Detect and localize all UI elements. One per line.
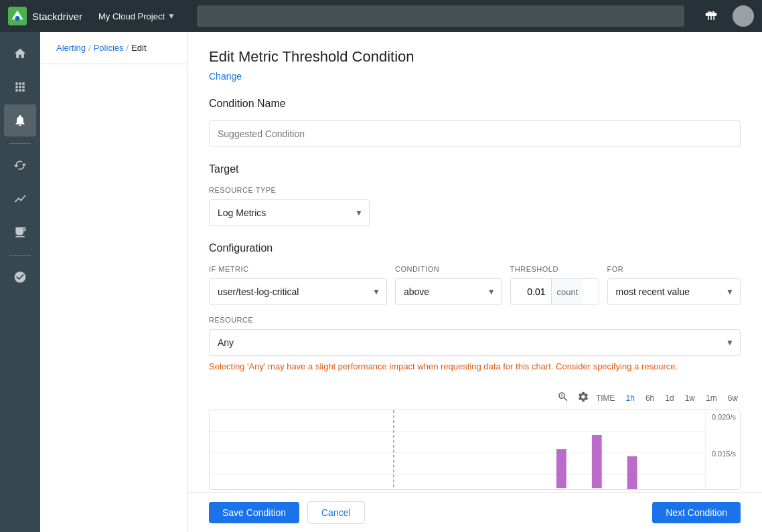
chart-y-labels: 0.020/s 0.015/s (705, 410, 740, 489)
svg-rect-8 (592, 434, 602, 487)
project-dropdown-icon: ▼ (167, 11, 175, 21)
gift-icon[interactable] (700, 5, 722, 27)
condition-select-wrapper: above below above or equal below or equa… (395, 278, 502, 305)
chart-time-6w[interactable]: 6w (725, 392, 741, 404)
project-selector[interactable]: My Cloud Project ▼ (93, 9, 181, 24)
page-title: Edit Metric Threshold Condition (209, 48, 741, 66)
sidebar-item-products[interactable] (4, 71, 36, 103)
chart-time-1h[interactable]: 1h (623, 392, 637, 404)
condition-col: CONDITION above below above or equal bel… (395, 265, 502, 305)
chart-time-1w[interactable]: 1w (682, 392, 698, 404)
chart-container: 0.020/s 0.015/s (209, 410, 741, 490)
resource-label: RESOURCE (209, 316, 741, 324)
project-name: My Cloud Project (98, 11, 165, 21)
sidebar (0, 32, 40, 532)
brand-logo (8, 7, 27, 25)
resource-warning: Selecting 'Any' may have a slight perfor… (209, 360, 741, 373)
change-link[interactable]: Change (209, 71, 242, 82)
resource-type-select-wrapper: Log Metrics GCE VM Instance GKE Containe… (209, 199, 370, 226)
main-layout: Alerting / Policies / Edit Edit Metric T… (0, 32, 762, 532)
chart-time-6h[interactable]: 6h (643, 392, 657, 404)
breadcrumb-alerting[interactable]: Alerting (56, 43, 86, 53)
configuration-section-label: Configuration (209, 242, 741, 254)
top-navigation: Stackdriver My Cloud Project ▼ (0, 0, 762, 32)
config-row: IF METRIC user/test-log-critical ▼ CONDI… (209, 265, 741, 305)
condition-select[interactable]: above below above or equal below or equa… (395, 278, 502, 305)
resource-group: RESOURCE Any ▼ Selecting 'Any' may have … (209, 316, 741, 373)
chart-time-label: TIME (596, 393, 615, 403)
cancel-button[interactable]: Cancel (307, 501, 365, 524)
condition-name-group (209, 120, 741, 147)
sidebar-item-debug[interactable] (4, 149, 36, 181)
condition-name-input[interactable] (209, 120, 741, 147)
sidebar-item-settings[interactable] (4, 261, 36, 293)
for-select[interactable]: most recent value any time series violat… (607, 278, 741, 305)
target-section-label: Target (209, 163, 741, 175)
resource-type-select[interactable]: Log Metrics GCE VM Instance GKE Containe… (209, 199, 370, 226)
sidebar-item-home[interactable] (4, 37, 36, 70)
sidebar-item-trace[interactable] (4, 183, 36, 215)
sidebar-item-alerting[interactable] (4, 104, 36, 137)
resource-type-group: RESOURCE TYPE Log Metrics GCE VM Instanc… (209, 186, 741, 226)
avatar[interactable] (733, 5, 754, 27)
brand-name: Stackdriver (32, 11, 82, 22)
search-container (197, 5, 684, 27)
brand: Stackdriver (8, 7, 82, 25)
resource-select[interactable]: Any (209, 329, 741, 356)
svg-rect-7 (556, 449, 566, 488)
chart-y-top: 0.020/s (710, 413, 736, 421)
threshold-unit: count (551, 279, 584, 304)
condition-name-label: Condition Name (209, 98, 741, 110)
chart-header: TIME 1h 6h 1d 1w 1m 6w (209, 389, 741, 407)
sidebar-item-logging[interactable] (4, 216, 36, 248)
chart-time-1d[interactable]: 1d (662, 392, 676, 404)
resource-select-wrapper: Any ▼ (209, 329, 741, 356)
if-metric-col: IF METRIC user/test-log-critical ▼ (209, 265, 387, 305)
nav-right (700, 5, 754, 27)
chart-svg (210, 410, 705, 490)
svg-rect-9 (627, 456, 637, 489)
sidebar-divider-1 (9, 143, 31, 144)
threshold-input[interactable] (511, 286, 551, 297)
content-area: Alerting / Policies / Edit Edit Metric T… (40, 32, 762, 532)
left-panel: Alerting / Policies / Edit (40, 32, 187, 532)
if-metric-select[interactable]: user/test-log-critical (209, 278, 387, 305)
for-label: FOR (607, 265, 741, 273)
if-metric-label: IF METRIC (209, 265, 387, 273)
bottom-bar: Save Condition Cancel Next Condition (187, 493, 762, 532)
breadcrumb-current: Edit (131, 43, 146, 53)
next-condition-button[interactable]: Next Condition (652, 502, 741, 523)
settings-icon[interactable] (576, 389, 591, 407)
threshold-wrapper: count (510, 278, 599, 305)
threshold-label: THRESHOLD (510, 265, 599, 273)
svg-point-2 (15, 16, 20, 21)
main-content: Edit Metric Threshold Condition Change C… (187, 32, 762, 493)
for-select-wrapper: most recent value any time series violat… (607, 278, 741, 305)
condition-col-label: CONDITION (395, 265, 502, 273)
threshold-col: THRESHOLD count (510, 265, 599, 305)
breadcrumb: Alerting / Policies / Edit (40, 32, 187, 64)
breadcrumb-policies[interactable]: Policies (94, 43, 124, 53)
breadcrumb-sep-1: / (88, 43, 91, 53)
save-condition-button[interactable]: Save Condition (209, 502, 299, 523)
chart-time-1m[interactable]: 1m (703, 392, 720, 404)
resource-type-label: RESOURCE TYPE (209, 186, 741, 194)
breadcrumb-sep-2: / (127, 43, 129, 53)
for-col: FOR most recent value any time series vi… (607, 265, 741, 305)
if-metric-select-wrapper: user/test-log-critical ▼ (209, 278, 387, 305)
sidebar-divider-2 (9, 255, 31, 256)
search-input[interactable] (197, 5, 684, 27)
chart-y-mid: 0.015/s (710, 450, 736, 458)
zoom-icon[interactable] (556, 389, 570, 407)
